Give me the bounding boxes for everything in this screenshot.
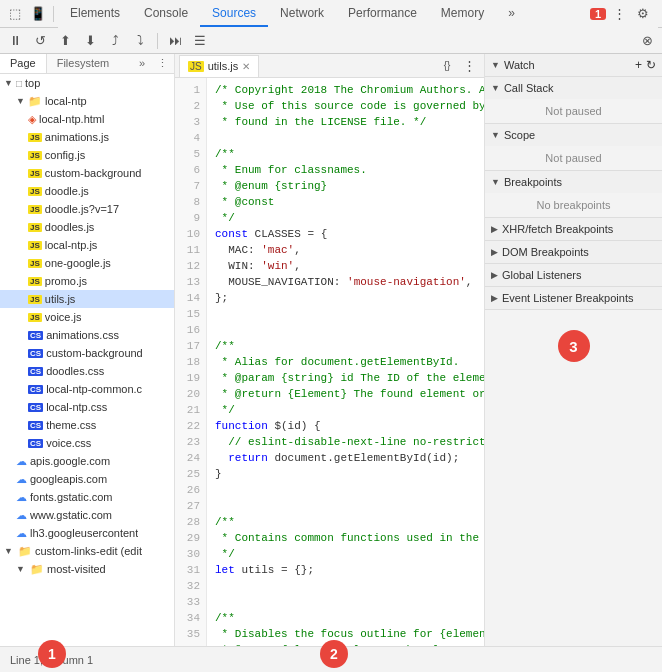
tree-item-top[interactable]: ▼ □ top	[0, 74, 174, 92]
tree-item[interactable]: CScustom-background	[0, 344, 174, 362]
js-icon: JS	[28, 295, 42, 304]
tab-more[interactable]: »	[496, 1, 527, 27]
watch-header[interactable]: ▼ Watch + ↻	[485, 54, 662, 76]
cloud-icon: ☁	[16, 455, 27, 468]
editor-tab-utils[interactable]: JS utils.js ✕	[179, 55, 259, 77]
code-content[interactable]: /* Copyright 2018 The Chromium Authors. …	[207, 78, 484, 646]
line-number: 17	[181, 338, 200, 354]
tree-item[interactable]: ☁fonts.gstatic.com	[0, 488, 174, 506]
watch-add-icon[interactable]: +	[635, 58, 642, 72]
settings-icon[interactable]: ⚙	[632, 3, 654, 25]
scope-arrow-icon: ▼	[491, 130, 500, 140]
tab-network[interactable]: Network	[268, 1, 336, 27]
tree-label: local-ntp-common.c	[46, 383, 142, 395]
call-stack-header[interactable]: ▼ Call Stack	[485, 77, 662, 99]
arrow-icon: ▼	[4, 78, 16, 88]
tree-item[interactable]: ☁lh3.googleusercontent	[0, 524, 174, 542]
tree-item[interactable]: JSdoodle.js	[0, 182, 174, 200]
tree-item[interactable]: JSconfig.js	[0, 146, 174, 164]
step-over-btn[interactable]: ↺	[29, 30, 51, 52]
xhr-section: ▶ XHR/fetch Breakpoints	[485, 218, 662, 241]
global-listeners-header[interactable]: ▶ Global Listeners	[485, 264, 662, 286]
line-number: 13	[181, 274, 200, 290]
code-line	[215, 594, 476, 610]
folder-icon: 📁	[30, 563, 44, 576]
cloud-icon: ☁	[16, 527, 27, 540]
tree-item[interactable]: JSdoodles.js	[0, 218, 174, 236]
code-line: * Contains common functions used in the	[215, 530, 476, 546]
code-line: * Alias for document.getElementById.	[215, 354, 476, 370]
tree-item[interactable]: ▼📁most-visited	[0, 560, 174, 578]
tab-memory[interactable]: Memory	[429, 1, 496, 27]
tree-item[interactable]: JSvoice.js	[0, 308, 174, 326]
tree-item[interactable]: CSlocal-ntp-common.c	[0, 380, 174, 398]
tab-elements[interactable]: Elements	[58, 1, 132, 27]
tree-item[interactable]: ☁googleapis.com	[0, 470, 174, 488]
deactivate-btn[interactable]: ⤵	[129, 30, 151, 52]
breakpoints-header[interactable]: ▼ Breakpoints	[485, 171, 662, 193]
code-view[interactable]: 1234567891011121314151617181920212223242…	[175, 78, 484, 646]
tree-label: custom-background	[46, 347, 143, 359]
line-number: 28	[181, 514, 200, 530]
tree-item[interactable]: ☁www.gstatic.com	[0, 506, 174, 524]
tree-label: fonts.gstatic.com	[30, 491, 113, 503]
line-numbers: 1234567891011121314151617181920212223242…	[175, 78, 207, 646]
error-badge: 1	[590, 8, 606, 20]
event-listener-header[interactable]: ▶ Event Listener Breakpoints	[485, 287, 662, 309]
sidebar-menu-btn[interactable]: ⋮	[151, 54, 174, 73]
tree-item[interactable]: JSone-google.js	[0, 254, 174, 272]
global-arrow-icon: ▶	[491, 270, 498, 280]
sidebar-tab-page[interactable]: Page	[0, 54, 47, 73]
close-tab-btn[interactable]: ✕	[242, 61, 250, 72]
step-out-btn[interactable]: ⬇	[79, 30, 101, 52]
tree-item[interactable]: ▼📁custom-links-edit (edit	[0, 542, 174, 560]
pause-btn[interactable]: ⏸	[4, 30, 26, 52]
toggle-btn[interactable]: ☰	[189, 30, 211, 52]
tree-item[interactable]: ☁apis.google.com	[0, 452, 174, 470]
step-into-btn[interactable]: ⬆	[54, 30, 76, 52]
code-line: const CLASSES = {	[215, 226, 476, 242]
devtools-toolbar: ⬚ 📱 Elements Console Sources Network Per…	[0, 0, 662, 28]
circle-2: 2	[320, 640, 348, 668]
tab-performance[interactable]: Performance	[336, 1, 429, 27]
code-line: */	[215, 546, 476, 562]
code-line: // eslint-disable-next-line no-restricte	[215, 434, 476, 450]
xhr-header[interactable]: ▶ XHR/fetch Breakpoints	[485, 218, 662, 240]
tree-item[interactable]: JSanimations.js	[0, 128, 174, 146]
callstack-arrow-icon: ▼	[491, 83, 500, 93]
dom-arrow-icon: ▶	[491, 247, 498, 257]
tree-item[interactable]: CSvoice.css	[0, 434, 174, 452]
more-menu-btn[interactable]: ⋮	[608, 3, 630, 25]
tree-item[interactable]: ◈local-ntp.html	[0, 110, 174, 128]
sidebar-tab-more[interactable]: »	[133, 54, 151, 73]
tab-sources[interactable]: Sources	[200, 1, 268, 27]
tree-item[interactable]: JSutils.js	[0, 290, 174, 308]
step-btn[interactable]: ⤴	[104, 30, 126, 52]
code-line: * Disables the focus outline for {elemen	[215, 626, 476, 642]
tree-item[interactable]: CSlocal-ntp.css	[0, 398, 174, 416]
format-btn[interactable]: {}	[436, 55, 458, 77]
inspect-icon[interactable]: ⬚	[4, 3, 26, 25]
sidebar-tab-filesystem[interactable]: Filesystem	[47, 54, 120, 73]
tree-item[interactable]: CSdoodles.css	[0, 362, 174, 380]
close-drawer-btn[interactable]: ⊗	[636, 30, 658, 52]
cloud-icon: ☁	[16, 473, 27, 486]
tree-item[interactable]: JSdoodle.js?v=17	[0, 200, 174, 218]
tree-label: config.js	[45, 149, 85, 161]
dom-bp-header[interactable]: ▶ DOM Breakpoints	[485, 241, 662, 263]
line-number: 4	[181, 130, 200, 146]
pause-exceptions-btn[interactable]: ⏭	[164, 30, 186, 52]
watch-refresh-icon[interactable]: ↻	[646, 58, 656, 72]
tree-item[interactable]: CSanimations.css	[0, 326, 174, 344]
tree-item-local-ntp[interactable]: ▼ 📁 local-ntp	[0, 92, 174, 110]
editor-more-btn[interactable]: ⋮	[458, 55, 480, 77]
tree-item[interactable]: JSpromo.js	[0, 272, 174, 290]
device-icon[interactable]: 📱	[27, 3, 49, 25]
tree-item[interactable]: JScustom-background	[0, 164, 174, 182]
cloud-icon: ☁	[16, 491, 27, 504]
tab-console[interactable]: Console	[132, 1, 200, 27]
line-number: 19	[181, 370, 200, 386]
tree-item[interactable]: JSlocal-ntp.js	[0, 236, 174, 254]
tree-item[interactable]: CStheme.css	[0, 416, 174, 434]
scope-header[interactable]: ▼ Scope	[485, 124, 662, 146]
